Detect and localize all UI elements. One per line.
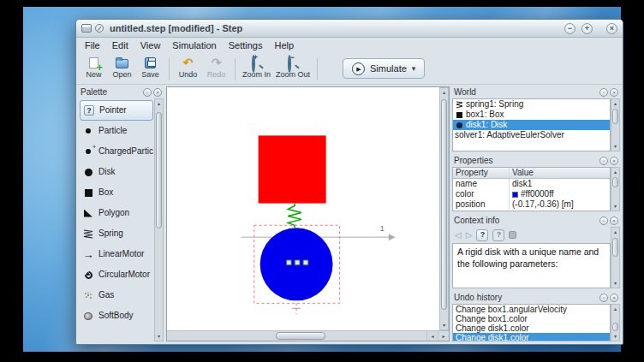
scroll-left-button[interactable]: ◂ xyxy=(426,331,438,341)
palette-item-gas[interactable]: Gas xyxy=(80,285,153,306)
context-info-scrollbar[interactable]: ▴ ▾ xyxy=(611,227,620,288)
world-item-box1[interactable]: box1: Box xyxy=(453,110,610,120)
detach-panel-icon[interactable]: ▫ xyxy=(599,294,608,302)
scroll-down-button[interactable]: ▾ xyxy=(440,321,448,329)
undo-history-item[interactable]: Change disk1.color xyxy=(453,323,610,333)
zoom-in-button[interactable]: + Zoom In xyxy=(240,55,273,80)
scrollbar-track[interactable] xyxy=(167,331,426,341)
whats-this-icon[interactable]: ? xyxy=(492,229,504,241)
scrollbar-track[interactable] xyxy=(611,108,619,142)
scroll-down-button[interactable]: ▾ xyxy=(611,279,619,288)
undo-history-item[interactable]: Change box1.angularVelocity xyxy=(453,305,610,314)
scrollbar-track[interactable] xyxy=(611,236,619,279)
menu-edit[interactable]: Edit xyxy=(106,39,134,52)
palette-item-particle[interactable]: Particle xyxy=(80,121,153,141)
maximize-button[interactable]: + xyxy=(581,23,593,34)
selection-handle[interactable] xyxy=(286,260,291,265)
menu-file[interactable]: File xyxy=(79,39,106,52)
world-scrollbar[interactable]: ▴ ▾ xyxy=(611,98,620,151)
scrollbar-track[interactable] xyxy=(611,176,619,202)
scrollbar-thumb[interactable] xyxy=(612,177,618,187)
palette-item-box[interactable]: Box xyxy=(80,182,153,203)
close-panel-icon[interactable]: × xyxy=(610,217,618,225)
box-object[interactable] xyxy=(259,135,326,203)
world-panel-header[interactable]: World ▫ × xyxy=(452,86,620,98)
property-row-position[interactable]: position (-0.17,-0.36) [m] xyxy=(453,199,610,210)
palette-item-linear-motor[interactable]: → LinearMotor xyxy=(80,244,153,264)
scrollbar-thumb[interactable] xyxy=(156,112,162,228)
spring-object[interactable] xyxy=(288,204,301,228)
column-header-property[interactable]: Property xyxy=(453,168,510,178)
zoom-out-button[interactable]: − Zoom Out xyxy=(273,55,313,80)
save-button[interactable]: Save xyxy=(136,55,164,80)
properties-panel-header[interactable]: Properties ▫ × xyxy=(452,155,620,167)
minimize-button[interactable]: − xyxy=(564,23,575,34)
scroll-up-button[interactable]: ▴ xyxy=(611,228,619,236)
palette-panel-header[interactable]: Palette ▫ × xyxy=(79,86,164,98)
scroll-up-button[interactable]: ▴ xyxy=(155,99,163,108)
properties-scrollbar[interactable]: ▴ ▾ xyxy=(611,167,620,211)
column-header-value[interactable]: Value xyxy=(510,168,610,178)
undo-history-panel-header[interactable]: Undo history ▫ × xyxy=(452,292,620,304)
redo-button[interactable]: ↷ Redo xyxy=(202,55,230,80)
help-icon[interactable]: ? xyxy=(476,229,488,241)
scrollbar-track[interactable] xyxy=(611,313,619,332)
scrollbar-thumb[interactable] xyxy=(612,109,618,124)
canvas-vertical-scrollbar[interactable]: ▴ ▾ xyxy=(439,87,449,330)
close-panel-icon[interactable]: × xyxy=(610,294,618,302)
palette-item-disk[interactable]: Disk xyxy=(80,162,153,182)
undo-button[interactable]: ↶ Undo xyxy=(174,55,202,80)
world-item-solver1[interactable]: solver1: AdaptiveEulerSolver xyxy=(453,130,610,140)
palette-item-circular-motor[interactable]: CircularMotor xyxy=(80,264,153,285)
scroll-right-button[interactable]: ▸ xyxy=(438,331,449,341)
close-panel-icon[interactable]: × xyxy=(153,88,162,97)
scroll-down-button[interactable]: ▾ xyxy=(155,332,163,341)
palette-item-charged-particle[interactable]: ChargedPartic xyxy=(80,141,153,162)
scroll-down-button[interactable]: ▾ xyxy=(611,332,619,341)
close-panel-icon[interactable]: × xyxy=(610,157,618,165)
scroll-down-button[interactable]: ▾ xyxy=(611,202,619,211)
scrollbar-thumb[interactable] xyxy=(276,332,325,340)
detach-panel-icon[interactable]: ▫ xyxy=(143,88,152,97)
scrollbar-thumb[interactable] xyxy=(612,238,618,258)
menu-help[interactable]: Help xyxy=(268,39,300,52)
world-item-spring1[interactable]: spring1: Spring xyxy=(453,99,610,110)
scroll-up-button[interactable]: ▴ xyxy=(611,168,619,176)
context-info-panel-header[interactable]: Context info ▫ × xyxy=(452,215,620,227)
selection-handle[interactable] xyxy=(295,260,300,265)
scroll-up-button[interactable]: ▴ xyxy=(440,88,448,97)
open-button[interactable]: Open xyxy=(108,55,136,80)
palette-item-polygon[interactable]: Polygon xyxy=(80,203,153,223)
palette-item-softbody[interactable]: SoftBody xyxy=(80,306,153,326)
world-item-disk1[interactable]: disk1: Disk xyxy=(453,120,610,130)
property-row-color[interactable]: color #ff0000ff xyxy=(453,189,610,199)
simulate-button[interactable]: ▶ Simulate ▾ xyxy=(343,58,425,79)
forward-icon[interactable]: ▷ xyxy=(466,231,473,240)
property-row-name[interactable]: name disk1 xyxy=(453,179,610,189)
scroll-up-button[interactable]: ▴ xyxy=(611,305,619,313)
undo-history-item-selected[interactable]: Change disk1.color xyxy=(453,333,610,341)
undo-history-scrollbar[interactable]: ▴ ▾ xyxy=(611,304,620,341)
palette-scrollbar[interactable]: ▴ ▾ xyxy=(154,98,164,341)
detach-panel-icon[interactable]: ▫ xyxy=(599,88,608,97)
scrollbar-track[interactable] xyxy=(440,97,448,321)
close-panel-icon[interactable]: × xyxy=(610,88,618,97)
new-button[interactable]: + New xyxy=(80,55,108,80)
back-icon[interactable]: ◁ xyxy=(455,231,462,240)
detach-panel-icon[interactable]: ▫ xyxy=(599,157,608,165)
scroll-down-button[interactable]: ▾ xyxy=(611,142,619,151)
scene-canvas[interactable]: 1 xyxy=(167,87,439,330)
menu-simulation[interactable]: Simulation xyxy=(166,39,222,52)
scroll-up-button[interactable]: ▴ xyxy=(611,99,619,108)
undo-history-item[interactable]: Change box1.color xyxy=(453,314,610,323)
close-button[interactable]: × xyxy=(606,23,617,34)
palette-item-pointer[interactable]: ? Pointer xyxy=(80,100,153,121)
menu-view[interactable]: View xyxy=(134,39,167,52)
canvas-horizontal-scrollbar[interactable]: ◂ ▸ xyxy=(167,330,449,341)
detach-panel-icon[interactable]: ▫ xyxy=(599,217,608,225)
scrollbar-thumb[interactable] xyxy=(441,99,447,310)
selection-handle[interactable] xyxy=(303,260,308,265)
scrollbar-track[interactable] xyxy=(155,108,163,332)
scrollbar-thumb[interactable] xyxy=(612,323,618,331)
palette-item-spring[interactable]: Spring xyxy=(80,223,153,244)
